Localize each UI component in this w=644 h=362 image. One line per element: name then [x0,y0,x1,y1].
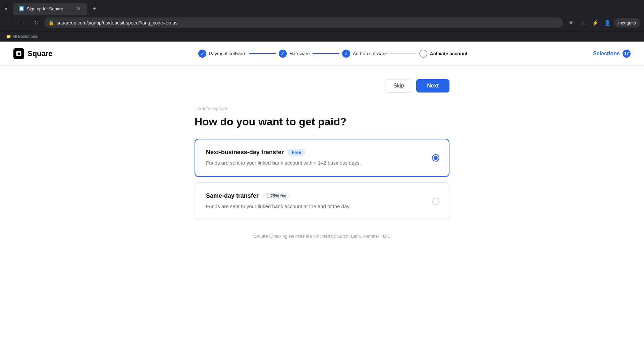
option-same-day[interactable]: Same-day transfer 1.75% fee Funds are se… [195,182,449,221]
eye-slash-icon[interactable]: 👁 [566,17,577,28]
skip-button[interactable]: Skip [385,79,412,93]
tab-dropdown[interactable]: ▼ [1,4,11,13]
logo-icon [13,48,24,59]
incognito-label: Incognito [618,20,636,25]
section-label: Transfer options [195,106,449,111]
address-bar[interactable]: 🔒 squareup.com/signup/us/deposit-speed?l… [44,17,563,28]
step-icon-hardware: ✓ [279,50,287,58]
page: Square ✓ Payment software ✓ Hardware ✓ A… [0,42,644,362]
option-header-1: Next-business-day transfer Free [206,149,438,156]
option-badge-1: Free [288,149,305,156]
svg-rect-0 [20,7,23,10]
option-title-2: Same-day transfer [206,192,259,199]
extensions-icon[interactable]: ⚡ [590,17,601,28]
profile-icon[interactable]: 👤 [602,17,613,28]
option-badge-2: 1.75% fee [263,192,290,199]
tab-title: Sign up for Square [27,6,72,11]
radio-button-1[interactable] [432,154,439,162]
radio-button-2[interactable] [432,198,439,205]
svg-rect-2 [18,52,20,55]
browser-toolbar: ← → ↻ 🔒 squareup.com/signup/us/deposit-s… [0,15,644,31]
bookmarks-bar: 📁 All Bookmarks [0,31,644,42]
url-text: squareup.com/signup/us/deposit-speed?lan… [57,20,559,25]
browser-tabs: ▼ Sign up for Square ✕ + [0,0,644,15]
connector-2 [313,53,339,54]
selections-badge: 17 [623,50,631,58]
option-description-1: Funds are sent to your linked bank accou… [206,159,438,167]
option-next-business-day[interactable]: Next-business-day transfer Free Funds ar… [195,139,449,177]
logo-text: Square [28,49,53,58]
incognito-button[interactable]: Incognito [614,18,640,27]
option-header-2: Same-day transfer 1.75% fee [206,192,438,199]
next-button[interactable]: Next [416,79,449,93]
active-tab[interactable]: Sign up for Square ✕ [13,3,87,15]
tab-favicon [19,6,24,11]
tab-close-button[interactable]: ✕ [75,5,82,12]
action-buttons: Skip Next [195,79,449,93]
selections-label: Selections [593,51,620,57]
connector-3 [390,53,417,54]
star-icon[interactable]: ☆ [578,17,589,28]
bookmarks-item-all[interactable]: 📁 All Bookmarks [4,34,40,40]
forward-button[interactable]: → [17,17,28,28]
option-title-1: Next-business-day transfer [206,149,284,156]
step-activate-account: Activate account [419,50,468,58]
logo[interactable]: Square [13,48,53,59]
selections-button[interactable]: Selections 17 [593,50,631,58]
step-label-activate-account: Activate account [430,51,468,56]
browser-chrome: ▼ Sign up for Square ✕ + ← → ↻ 🔒 squareu… [0,0,644,42]
footer-note: *Square Checking services are provided b… [195,234,449,239]
step-addon-software: ✓ Add-on software [342,50,387,58]
step-label-payment-software: Payment software [209,51,247,56]
step-hardware: ✓ Hardware [279,50,310,58]
lock-icon: 🔒 [48,20,54,25]
step-icon-payment-software: ✓ [198,50,206,58]
option-description-2: Funds are sent to your linked bank accou… [206,203,438,210]
header-right: Selections 17 [593,50,631,58]
bookmarks-label: All Bookmarks [12,34,38,39]
step-icon-addon-software: ✓ [342,50,350,58]
site-header: Square ✓ Payment software ✓ Hardware ✓ A… [0,42,644,66]
bookmarks-folder-icon: 📁 [6,34,11,39]
step-label-hardware: Hardware [289,51,310,56]
step-icon-activate-account [419,50,427,58]
section-title: How do you want to get paid? [195,115,449,128]
back-button[interactable]: ← [4,17,15,28]
reload-button[interactable]: ↻ [31,17,42,28]
main-content: Skip Next Transfer options How do you wa… [188,66,456,252]
progress-steps: ✓ Payment software ✓ Hardware ✓ Add-on s… [73,50,593,58]
new-tab-button[interactable]: + [90,4,99,13]
step-payment-software: ✓ Payment software [198,50,247,58]
toolbar-icons: 👁 ☆ ⚡ 👤 Incognito [566,17,640,28]
step-label-addon-software: Add-on software [353,51,387,56]
connector-1 [249,53,276,54]
